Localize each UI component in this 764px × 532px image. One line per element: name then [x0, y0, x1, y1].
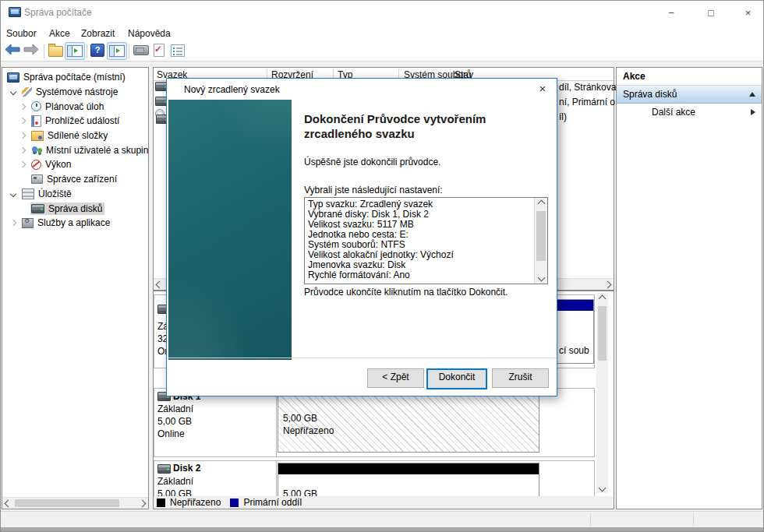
tree-item-sprava-pocitace[interactable]: Správa počítače (místní): [2, 70, 148, 85]
show-console-tree-button[interactable]: [65, 42, 85, 60]
wizard-heading: Dokončení Průvodce vytvořením zrcadlenéh…: [304, 111, 544, 141]
computer-icon: [7, 72, 19, 83]
settings-listbox[interactable]: Typ svazku: Zrcadlený svazek Vybrané dis…: [304, 197, 548, 284]
unallocated-swatch: [157, 499, 165, 507]
scroll-right-icon[interactable]: [603, 279, 613, 290]
chevron-right-icon[interactable]: [17, 118, 27, 123]
dialog-close-button[interactable]: ×: [535, 81, 550, 97]
region-size: 5,00 GB: [283, 413, 317, 424]
listbox-scrollbar[interactable]: [534, 198, 547, 284]
scroll-right-icon[interactable]: [137, 498, 147, 509]
disk1-label: Disk 1 Základní 5,00 GB Online: [154, 389, 277, 456]
dialog-title: Nový zrcadlený svazek: [184, 84, 280, 95]
actions-item-label: Další akce: [652, 107, 695, 118]
actions-group-label: Správa disků: [623, 89, 677, 100]
scroll-up-icon[interactable]: [596, 293, 608, 304]
actions-group-sprava-disku[interactable]: Správa disků: [617, 86, 762, 104]
computer-management-window: Správa počítače − □ × Soubor Akce Zobraz…: [0, 0, 764, 532]
scrollbar-thumb[interactable]: [598, 306, 607, 361]
disk1-row[interactable]: Disk 1 Základní 5,00 GB Online 5,00 GB N…: [154, 388, 595, 457]
tree-item-spravce-zarizeni[interactable]: Správce zařízení: [2, 172, 148, 187]
tree-item-sdilene-slozky[interactable]: Sdílené složky: [2, 129, 148, 143]
export-list-button[interactable]: [48, 44, 63, 57]
maximize-button[interactable]: □: [692, 1, 730, 24]
tree-item-systemove-nastroje[interactable]: Systémové nástroje: [2, 85, 148, 100]
tree-item-mistni-uzivatele[interactable]: Místní uživatelé a skupiny: [2, 143, 148, 157]
tree-item-label: Plánovač úloh: [45, 101, 104, 112]
back-button[interactable]: [4, 44, 21, 55]
window-title: Správa počítače: [24, 7, 92, 18]
help-icon: ?: [90, 44, 104, 57]
back-icon: [4, 44, 21, 55]
disk-view-vertical-scrollbar[interactable]: [596, 293, 608, 493]
tree-item-label: Správa disků: [48, 203, 102, 214]
tree-item-label: Úložiště: [38, 188, 72, 199]
forward-button[interactable]: [23, 44, 40, 55]
submenu-arrow-icon[interactable]: [751, 109, 755, 115]
tree-item-planovac-uloh[interactable]: Plánovač úloh: [2, 99, 148, 114]
console-button[interactable]: [133, 45, 149, 55]
report-button[interactable]: [154, 44, 164, 57]
console-tree-panel: Správa počítače (místní) Systémové nástr…: [2, 67, 149, 509]
chevron-down-icon[interactable]: [8, 90, 18, 94]
window-chrome: Správa počítače − □ × Soubor Akce Zobraz…: [1, 1, 763, 62]
disk-management-icon: [31, 204, 44, 213]
tree-item-sluzby-aplikace[interactable]: Služby a aplikace: [2, 216, 148, 231]
menu-soubor[interactable]: Soubor: [6, 26, 37, 41]
volume-status-partial: íl): [559, 111, 567, 122]
shared-folders-icon: [31, 131, 44, 141]
tree-item-prohlizec-udalosti[interactable]: Prohlížeč událostí: [2, 114, 148, 129]
actions-item-dalsi-akce[interactable]: Další akce: [617, 104, 762, 120]
dialog-titlebar[interactable]: Nový zrcadlený svazek ×: [167, 79, 557, 100]
disk1-unallocated-region[interactable]: 5,00 GB Nepřiřazeno: [278, 392, 539, 453]
scroll-down-icon[interactable]: [535, 272, 547, 284]
window-bottom-edge: [1, 527, 763, 531]
task-scheduler-icon: [31, 101, 41, 111]
toolbar-separator: [87, 44, 87, 58]
chevron-right-icon[interactable]: [17, 133, 27, 138]
footer-divider: [167, 358, 557, 358]
scrollbar-thumb[interactable]: [15, 499, 119, 507]
menu-zobrazit[interactable]: Zobrazit: [81, 26, 115, 41]
tree-item-sprava-disku[interactable]: Správa disků: [2, 201, 148, 216]
help-button[interactable]: ?: [90, 44, 104, 57]
minimize-button[interactable]: −: [653, 1, 690, 24]
chevron-right-icon[interactable]: [17, 148, 27, 153]
disk2-type: Základní: [157, 476, 193, 487]
tree-item-label: Správa počítače (místní): [23, 72, 126, 83]
tree-item-vykon[interactable]: Výkon: [2, 157, 148, 172]
tree-item-label: Sdílené složky: [48, 130, 108, 141]
services-icon: [22, 218, 34, 228]
actions-pane: Akce Správa disků Další akce: [616, 67, 762, 509]
scroll-left-icon[interactable]: [3, 498, 13, 509]
back-button[interactable]: < Zpět: [367, 368, 424, 388]
menu-akce[interactable]: Akce: [49, 26, 70, 41]
status-bar: [1, 511, 763, 528]
minimize-icon: −: [668, 7, 674, 19]
chevron-right-icon[interactable]: [17, 104, 27, 109]
export-list-icon: [48, 46, 63, 57]
tree-item-label: Prohlížeč událostí: [45, 115, 119, 126]
finish-button[interactable]: Dokončit: [426, 368, 487, 389]
chevron-right-icon[interactable]: [8, 220, 18, 225]
chevron-down-icon[interactable]: [8, 192, 18, 196]
collapse-icon[interactable]: [749, 92, 755, 97]
scrollbar-thumb[interactable]: [536, 211, 546, 261]
primary-partition-swatch: [230, 499, 239, 507]
wizard-success-text: Úspěšně jste dokončili průvodce.: [304, 157, 440, 167]
tree-item-uloziste[interactable]: Úložiště: [2, 187, 148, 202]
scroll-up-icon[interactable]: [535, 198, 547, 210]
checklist-button[interactable]: [171, 44, 185, 57]
toolbar-separator: [129, 44, 129, 58]
cancel-button[interactable]: Zrušit: [492, 368, 549, 388]
scroll-left-icon[interactable]: [154, 279, 164, 290]
tree-horizontal-scrollbar[interactable]: [2, 497, 148, 509]
app-icon: [9, 7, 21, 17]
chevron-right-icon[interactable]: [17, 162, 27, 167]
close-button[interactable]: ×: [732, 1, 764, 24]
show-action-pane-icon: [109, 45, 125, 57]
scroll-down-icon[interactable]: [596, 482, 608, 493]
tree-item-label: Služby a aplikace: [37, 217, 110, 228]
menu-napoveda[interactable]: Nápověda: [128, 26, 171, 41]
show-action-pane-button[interactable]: [107, 42, 127, 60]
